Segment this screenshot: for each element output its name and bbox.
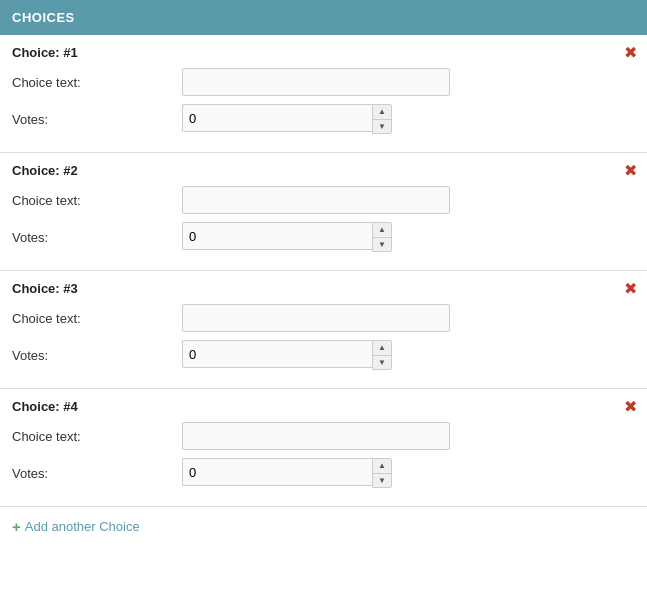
add-choice-button[interactable]: + Add another Choice [12, 519, 140, 534]
votes-increment-1-button[interactable]: ▲ [373, 105, 391, 119]
choice-text-label-1: Choice text: [12, 75, 182, 90]
votes-label-1: Votes: [12, 112, 182, 127]
header-title: CHOICES [12, 10, 75, 25]
votes-input-wrap-4: ▲ ▼ [182, 458, 392, 488]
votes-increment-2-button[interactable]: ▲ [373, 223, 391, 237]
choice-text-input-3[interactable] [182, 304, 450, 332]
choice-block-2: Choice: #2 ✖ Choice text: Votes: ▲ ▼ [0, 153, 647, 271]
votes-input-wrap-1: ▲ ▼ [182, 104, 392, 134]
votes-row-1: Votes: ▲ ▼ [12, 104, 635, 134]
votes-decrement-1-button[interactable]: ▼ [373, 119, 391, 133]
votes-increment-4-button[interactable]: ▲ [373, 459, 391, 473]
choice-text-label-4: Choice text: [12, 429, 182, 444]
remove-choice-1-button[interactable]: ✖ [624, 45, 637, 61]
votes-spinner-1: ▲ ▼ [372, 104, 392, 134]
choice-text-row-4: Choice text: [12, 422, 635, 450]
choice-block-1: Choice: #1 ✖ Choice text: Votes: ▲ ▼ [0, 35, 647, 153]
votes-row-2: Votes: ▲ ▼ [12, 222, 635, 252]
choice-text-input-4[interactable] [182, 422, 450, 450]
votes-input-1[interactable] [182, 104, 372, 132]
remove-choice-4-button[interactable]: ✖ [624, 399, 637, 415]
choice-text-label-2: Choice text: [12, 193, 182, 208]
add-choice-label: Add another Choice [25, 519, 140, 534]
choices-container: Choice: #1 ✖ Choice text: Votes: ▲ ▼ Cho… [0, 35, 647, 507]
choice-text-label-3: Choice text: [12, 311, 182, 326]
choice-block-4: Choice: #4 ✖ Choice text: Votes: ▲ ▼ [0, 389, 647, 507]
choice-text-input-1[interactable] [182, 68, 450, 96]
choice-title-4: Choice: #4 [12, 399, 635, 414]
votes-input-2[interactable] [182, 222, 372, 250]
votes-row-3: Votes: ▲ ▼ [12, 340, 635, 370]
votes-increment-3-button[interactable]: ▲ [373, 341, 391, 355]
choice-block-3: Choice: #3 ✖ Choice text: Votes: ▲ ▼ [0, 271, 647, 389]
votes-spinner-2: ▲ ▼ [372, 222, 392, 252]
choices-header: CHOICES [0, 0, 647, 35]
choice-title-2: Choice: #2 [12, 163, 635, 178]
votes-input-wrap-2: ▲ ▼ [182, 222, 392, 252]
votes-row-4: Votes: ▲ ▼ [12, 458, 635, 488]
choice-text-row-2: Choice text: [12, 186, 635, 214]
votes-decrement-2-button[interactable]: ▼ [373, 237, 391, 251]
votes-label-4: Votes: [12, 466, 182, 481]
choice-text-row-1: Choice text: [12, 68, 635, 96]
votes-label-3: Votes: [12, 348, 182, 363]
votes-spinner-3: ▲ ▼ [372, 340, 392, 370]
choice-text-row-3: Choice text: [12, 304, 635, 332]
remove-choice-3-button[interactable]: ✖ [624, 281, 637, 297]
votes-input-wrap-3: ▲ ▼ [182, 340, 392, 370]
votes-spinner-4: ▲ ▼ [372, 458, 392, 488]
votes-input-3[interactable] [182, 340, 372, 368]
votes-decrement-4-button[interactable]: ▼ [373, 473, 391, 487]
votes-decrement-3-button[interactable]: ▼ [373, 355, 391, 369]
choice-title-3: Choice: #3 [12, 281, 635, 296]
remove-choice-2-button[interactable]: ✖ [624, 163, 637, 179]
votes-label-2: Votes: [12, 230, 182, 245]
votes-input-4[interactable] [182, 458, 372, 486]
plus-icon: + [12, 519, 21, 534]
add-choice-row: + Add another Choice [0, 507, 647, 546]
choice-text-input-2[interactable] [182, 186, 450, 214]
choice-title-1: Choice: #1 [12, 45, 635, 60]
